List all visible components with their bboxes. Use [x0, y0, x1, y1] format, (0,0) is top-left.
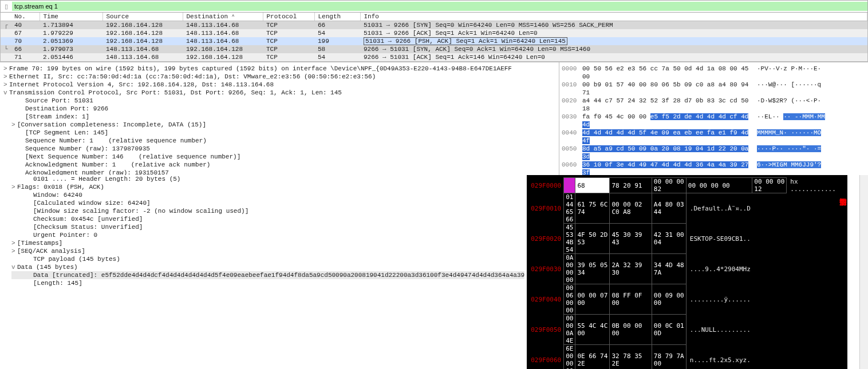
tree-node-text[interactable]: Window: 64240 [33, 192, 82, 199]
tree-node-text[interactable]: Data [truncated]: e5f52dde4d4d4dcf4d4d4d… [33, 272, 524, 279]
tree-node-text[interactable]: Urgent Pointer: 0 [33, 232, 97, 239]
tree-node-text[interactable]: Flags: 0x018 (PSH, ACK) [17, 184, 104, 191]
tree-node-text[interactable]: [Next Sequence Number: 146 (relative seq… [25, 153, 240, 160]
tree-node-text[interactable]: Internet Protocol Version 4, Src: 192.16… [9, 81, 274, 88]
tree-node-text[interactable]: [Calculated window size: 64240] [33, 200, 151, 207]
tree-node-text[interactable]: Checksum: 0x454c [unverified] [33, 216, 143, 223]
tree-twisty-icon[interactable]: > [11, 183, 17, 191]
col-no[interactable]: No. [11, 13, 40, 21]
tree-node-text[interactable]: TCP payload (145 bytes) [33, 256, 120, 263]
display-filter-bar: ▯ [0, 0, 868, 13]
col-info[interactable]: Info [360, 13, 867, 21]
bookmark-icon[interactable]: ▯ [1, 3, 12, 10]
packet-details-tree-cont[interactable]: 0101 .... = Header Length: 20 bytes (5)>… [0, 175, 527, 369]
tree-node-text[interactable]: [Timestamps] [17, 240, 62, 247]
tree-twisty-icon[interactable]: > [3, 73, 9, 81]
packet-details-tree[interactable]: >Frame 70: 199 bytes on wire (1592 bits)… [0, 62, 559, 175]
tree-node-text[interactable]: 0101 .... = Header Length: 20 bytes (5) [33, 176, 180, 182]
tree-node-text[interactable]: Transmission Control Protocol, Src Port:… [9, 89, 342, 96]
packet-bytes[interactable]: 000000 50 56 e2 e3 56 cc 7a 50 0d 4d 1a … [559, 62, 868, 175]
col-time[interactable]: Time [40, 13, 102, 21]
packet-row[interactable]: 712.051446148.113.164.68192.168.164.128T… [1, 53, 867, 61]
tree-node-text[interactable]: [Checksum Status: Unverified] [33, 224, 143, 231]
tree-node-text[interactable]: [SEQ/ACK analysis] [17, 248, 85, 255]
tree-twisty-icon[interactable]: > [11, 121, 17, 129]
tree-twisty-icon[interactable]: v [3, 89, 9, 97]
display-filter-input[interactable] [12, 2, 867, 11]
packet-row[interactable]: └661.979073148.113.164.68192.168.164.128… [1, 45, 867, 53]
tree-node-text[interactable]: Acknowledgment number (raw): 193150157 [25, 169, 169, 175]
tree-node-text[interactable]: [Length: 145] [33, 280, 82, 287]
packet-row[interactable]: 702.051369192.168.164.128148.113.164.68T… [1, 37, 867, 45]
tree-twisty-icon[interactable]: v [11, 263, 17, 271]
tree-node-text[interactable]: [TCP Segment Len: 145] [25, 129, 108, 136]
tree-node-text[interactable]: Acknowledgment Number: 1 (relative ack n… [25, 161, 210, 168]
packet-list[interactable]: No. Time Source Destination ^ Protocol L… [0, 13, 868, 62]
col-protocol[interactable]: Protocol [263, 13, 314, 21]
tree-twisty-icon[interactable]: > [3, 65, 9, 73]
tree-node-text[interactable]: Sequence Number: 1 (relative sequence nu… [25, 137, 207, 144]
tree-twisty-icon[interactable]: > [11, 239, 17, 247]
packet-list-header[interactable]: No. Time Source Destination ^ Protocol L… [1, 13, 867, 21]
packet-row[interactable]: 671.979229192.168.164.128148.113.164.68T… [1, 29, 867, 37]
packet-row[interactable]: ┌401.713894192.168.164.128148.113.164.68… [1, 21, 867, 30]
col-dest[interactable]: Destination ^ [183, 13, 263, 21]
tree-twisty-icon[interactable]: > [3, 81, 9, 89]
tree-node-text[interactable]: Sequence Number (raw): 1379870935 [25, 145, 150, 152]
tree-node-text[interactable]: Frame 70: 199 bytes on wire (1592 bits),… [9, 65, 512, 72]
tree-node-text[interactable]: Source Port: 51031 [25, 97, 93, 104]
tree-node-text[interactable]: [Conversation completeness: Incomplete, … [17, 121, 206, 128]
memory-dump[interactable]: 029F00006878 20 9100 00 00 8200 00 00 00… [527, 175, 847, 369]
tree-node-text[interactable]: Destination Port: 9266 [25, 105, 108, 112]
tree-node-text[interactable]: [Window size scaling factor: -2 (no wind… [33, 208, 248, 215]
tree-node-text[interactable]: Ethernet II, Src: cc:7a:50:0d:4d:1a (cc:… [9, 73, 376, 80]
tree-node-text[interactable]: Data (145 bytes) [17, 264, 78, 271]
col-length[interactable]: Length [314, 13, 360, 21]
col-source[interactable]: Source [102, 13, 183, 21]
tree-twisty-icon[interactable]: > [11, 247, 17, 255]
scrollbar-stub[interactable] [859, 175, 868, 369]
sort-caret-icon: ^ [232, 14, 235, 19]
tree-node-text[interactable]: [Stream index: 1] [25, 113, 89, 120]
